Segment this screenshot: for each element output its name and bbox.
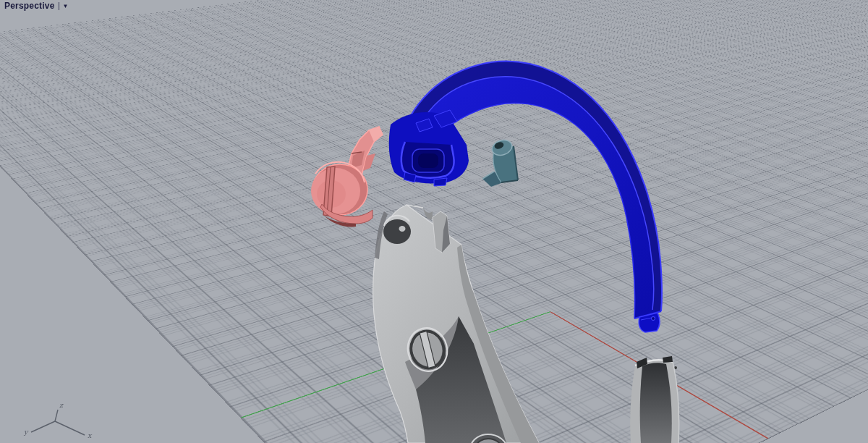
ring-socket-hole: [383, 219, 411, 244]
clip-slot-core: [418, 153, 438, 168]
world-axes-gizmo: z y x: [0, 395, 101, 443]
gizmo-z-axis: [55, 410, 58, 421]
gizmo-z-label: z: [59, 401, 64, 409]
ring-end-notch-right: [663, 356, 673, 363]
viewport-title-menu[interactable]: Perspective ▼: [4, 1, 69, 11]
chevron-down-icon[interactable]: ▼: [63, 4, 69, 9]
gizmo-x-axis: [55, 421, 85, 435]
gray-ring-end-part[interactable]: [630, 356, 678, 443]
gizmo-y-axis: [31, 421, 55, 432]
viewport-title-divider: [59, 2, 59, 10]
model-parts-layer: [0, 0, 868, 443]
blue-clip-end: [389, 110, 469, 186]
gizmo-y-label: y: [23, 428, 29, 436]
teal-clip-part[interactable]: [482, 138, 518, 187]
clip-foot-b: [434, 178, 447, 186]
end-tab-pin: [652, 317, 655, 321]
gray-ring-part[interactable]: [373, 205, 539, 443]
pink-knob-part[interactable]: [311, 127, 383, 227]
ring-end-dark-face: [640, 363, 672, 443]
ring-socket-pin: [399, 226, 406, 232]
gizmo-x-label: x: [88, 431, 93, 439]
viewport-title-label[interactable]: Perspective: [4, 1, 55, 11]
rhino-perspective-viewport: Perspective ▼ z y x: [0, 0, 868, 443]
